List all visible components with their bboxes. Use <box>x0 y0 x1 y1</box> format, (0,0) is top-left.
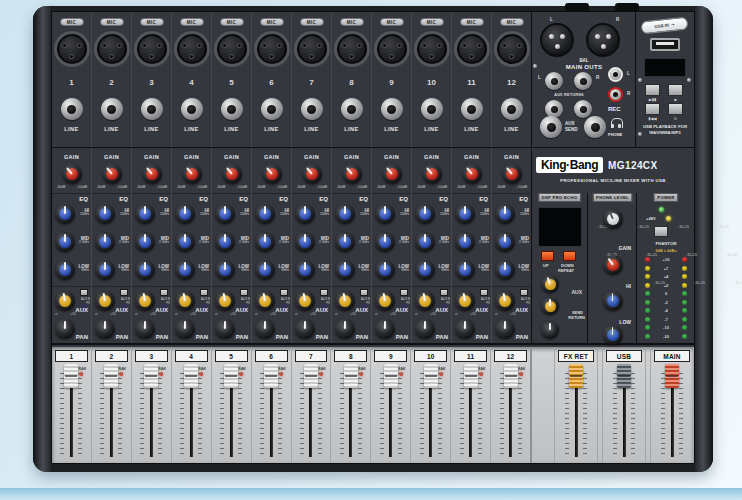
master-fader-main: MAIN <box>650 347 694 463</box>
pan-label: PAN <box>316 334 328 340</box>
meter-db-label: +4 <box>658 274 674 279</box>
aux-returns-label: AUX RETURNS <box>540 93 598 97</box>
aux-b-fx-switch <box>280 289 288 296</box>
line-input-jack <box>61 98 83 120</box>
meter-led-right <box>682 334 687 339</box>
eq-band-label: LOW80Hz <box>394 264 409 273</box>
phone-level-header: PHONE LEVEL <box>592 193 633 202</box>
channel-fader: 9PEAK <box>371 347 411 463</box>
gain-knob <box>382 164 402 184</box>
scale-min: ∞ <box>455 312 458 316</box>
aux-knob <box>295 291 315 311</box>
scale-min: ∞ <box>415 312 418 316</box>
eq-hi-knob <box>55 204 75 224</box>
knob-pointer <box>455 319 475 339</box>
screw <box>533 64 537 68</box>
knob-pointer <box>455 232 475 252</box>
pan-label: PAN <box>476 334 488 340</box>
eq-label: EQ <box>79 196 88 202</box>
meter-row: -10 <box>645 325 687 330</box>
arrow-icon: ➝ <box>671 22 675 27</box>
mic-label: MIC <box>140 18 164 26</box>
eq-mid-knob <box>175 232 195 252</box>
aux-scale: ∞+15 <box>212 312 239 316</box>
gain-label: GAIN <box>132 154 171 160</box>
scale-max: +50dB <box>157 185 167 189</box>
line-input-jack <box>261 98 283 120</box>
channel-jack-strip: MIC11LINE <box>452 12 492 147</box>
channel-control-strip: GAIN-16dB+50dBEQHI12kHz-15+15MID2.5kHz-1… <box>92 149 132 343</box>
xlr-mic-input <box>454 31 490 67</box>
fader-scale-ticks <box>631 373 635 455</box>
eq-mid-knob <box>295 232 315 252</box>
scale-max: +50dB <box>237 185 247 189</box>
aux-b-fx-switch <box>80 289 88 296</box>
pan-knob <box>495 319 515 339</box>
output-section: L R BAL MAIN OUTS L R AUX RETURNS MONO L <box>532 12 636 147</box>
knob-pointer <box>253 289 276 312</box>
channel-jack-strip: MIC6LINE <box>252 12 292 147</box>
pan-label: PAN <box>436 334 448 340</box>
meter-db-label: +10 <box>658 257 674 262</box>
eq-low-knob <box>135 260 155 280</box>
phone-label: PHONE <box>608 132 622 137</box>
eq-band-label: LOW80Hz <box>74 264 89 273</box>
channel-number: 6 <box>252 78 291 87</box>
knob-pointer <box>175 260 195 280</box>
eq-low-knob <box>55 260 75 280</box>
knob-pointer <box>293 289 316 312</box>
channel-control-strip: GAIN-16dB+50dBEQHI12kHz-15+15MID2.5kHz-1… <box>332 149 372 343</box>
channel-control-strip: GAIN-16dB+50dBEQHI12kHz-15+15MID2.5kHz-1… <box>52 149 92 343</box>
meter-db-label: +2 <box>658 283 674 288</box>
pan-knob <box>55 319 75 339</box>
aux-scale: ∞+15 <box>412 312 439 316</box>
pan-knob <box>175 319 195 339</box>
aux-knob <box>495 291 515 311</box>
line-input-jack <box>381 98 403 120</box>
line-label: LINE <box>212 126 251 132</box>
eq-label: EQ <box>319 196 328 202</box>
fader-strip-label: 5 <box>215 350 248 362</box>
aux-return-left-label: L <box>538 75 541 80</box>
fader-strip-label: FX RET <box>558 350 594 362</box>
scale-min: ∞ <box>335 312 338 316</box>
knob-pointer <box>417 160 445 188</box>
meter-db-label: -20 <box>658 334 674 339</box>
eq-label: EQ <box>359 196 368 202</box>
page-bottom-bar <box>0 488 742 500</box>
scale-min: ∞ <box>215 312 218 316</box>
fader-cap <box>104 364 118 388</box>
scale-max: +50dB <box>437 185 447 189</box>
knob-pointer <box>335 319 355 339</box>
knob-pointer <box>133 289 156 312</box>
eq-mid-knob <box>95 232 115 252</box>
usb-player-section: USB IN➝ ▶▮▮ ■ ▮◀◀ ↻ USB PLAYBACK FORWAV/… <box>636 12 694 147</box>
knob-pointer <box>57 160 85 188</box>
eq-band-label: LOW80Hz <box>314 264 329 273</box>
eq-band-label: MID2.5kHz <box>154 236 169 245</box>
scale-max: +15 <box>110 312 116 316</box>
mic-label: MIC <box>500 18 524 26</box>
line-label: LINE <box>92 126 131 132</box>
scale-min: -16dB <box>496 185 505 189</box>
meter-led-left <box>645 274 650 279</box>
brand-logo: King·Bang <box>536 157 603 173</box>
scale-max: +15 <box>150 312 156 316</box>
fader-scale-ticks <box>278 373 282 455</box>
knob-pointer <box>255 232 275 252</box>
fader-strip-label: 1 <box>55 350 88 362</box>
fader-cap <box>264 364 278 388</box>
meter-led-right <box>682 325 687 330</box>
channel-jack-strip: MIC4LINE <box>172 12 212 147</box>
gain-scale: -16dB+50dB <box>92 185 131 189</box>
gain-scale: -16dB+50dB <box>372 185 411 189</box>
knob-pointer <box>415 232 435 252</box>
eq-low-knob <box>495 260 515 280</box>
headphone-icon <box>611 118 621 127</box>
knob-pointer <box>255 260 275 280</box>
aux-scale: ∞+15 <box>172 312 199 316</box>
channel-number: 1 <box>52 78 91 87</box>
power-led <box>659 207 664 212</box>
knob-pointer <box>55 204 75 224</box>
usb-low-knob <box>603 325 623 345</box>
